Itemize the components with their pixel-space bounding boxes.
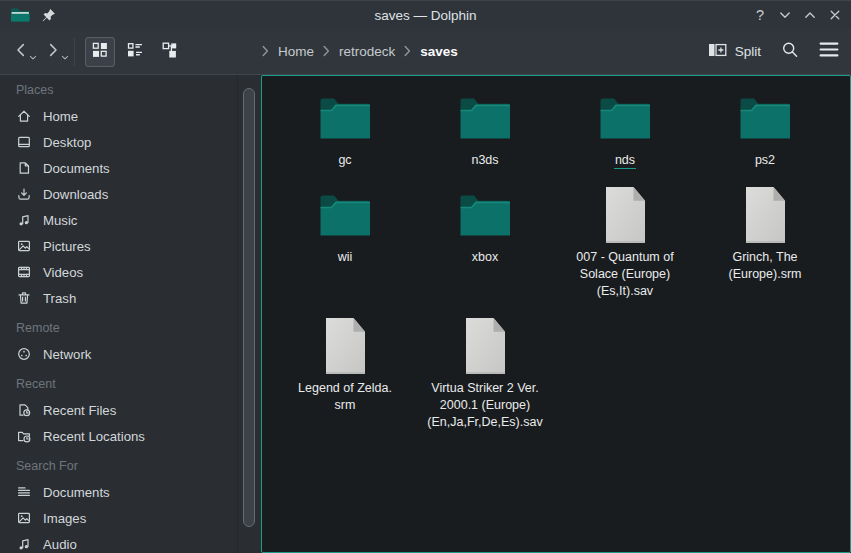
item-label: nds xyxy=(614,152,636,169)
download-icon xyxy=(16,186,32,202)
caret-down-icon xyxy=(61,49,69,64)
chevron-left-icon xyxy=(12,41,30,62)
sidebar-scrollbar[interactable] xyxy=(243,88,255,527)
file-item-007-quantum-of-solace-europe-es-it-sav[interactable]: 007 - Quantum ofSolace (Europe)(Es,It).s… xyxy=(555,185,695,300)
main-toolbar: Homeretrodecksaves Split xyxy=(0,29,851,75)
file-icon xyxy=(603,185,648,245)
window-title: saves — Dolphin xyxy=(0,8,851,23)
panel-separator xyxy=(237,75,238,553)
recent-files-icon xyxy=(16,402,32,418)
back-button[interactable] xyxy=(8,37,34,67)
folder-item-n3ds[interactable]: n3ds xyxy=(415,88,555,169)
forward-button[interactable] xyxy=(40,37,66,67)
folder-icon xyxy=(317,88,373,148)
sidebar-item-label: Trash xyxy=(43,291,76,306)
folder-item-ps2[interactable]: ps2 xyxy=(695,88,835,169)
item-label: Virtua Striker 2 Ver.2000.1 (Europe)(En,… xyxy=(427,380,542,431)
network-icon xyxy=(16,346,32,362)
view-details-icon xyxy=(125,40,145,63)
section-header-places: Places xyxy=(16,81,261,99)
sidebar-item-documents[interactable]: Documents xyxy=(0,155,261,181)
content-area: PlacesHomeDesktopDocumentsDownloadsMusic… xyxy=(0,75,851,553)
sidebar-item-label: Documents xyxy=(43,485,110,500)
folder-item-nds[interactable]: nds xyxy=(555,88,695,169)
sidebar-item-recent-locations[interactable]: Recent Locations xyxy=(0,423,261,449)
sidebar-item-pictures[interactable]: Pictures xyxy=(0,233,261,259)
minimize-button[interactable] xyxy=(777,6,793,24)
document-icon xyxy=(16,160,32,176)
sidebar-item-videos[interactable]: Videos xyxy=(0,259,261,285)
breadcrumb-item-saves[interactable]: saves xyxy=(420,44,458,59)
breadcrumb-item-home[interactable]: Home xyxy=(278,44,314,59)
recent-locations-icon xyxy=(16,428,32,444)
sidebar-item-trash[interactable]: Trash xyxy=(0,285,261,311)
details-view-button[interactable] xyxy=(120,37,150,67)
folder-item-gc[interactable]: gc xyxy=(275,88,415,169)
section-header-search-for: Search For xyxy=(16,457,261,475)
sidebar-item-downloads[interactable]: Downloads xyxy=(0,181,261,207)
breadcrumb-item-retrodeck[interactable]: retrodeck xyxy=(339,44,395,59)
sidebar-item-label: Desktop xyxy=(43,135,91,150)
file-item-virtua-striker-2-ver-2000-1-europe-en-ja[interactable]: Virtua Striker 2 Ver.2000.1 (Europe)(En,… xyxy=(415,316,555,431)
item-label: 007 - Quantum ofSolace (Europe)(Es,It).s… xyxy=(576,249,673,300)
item-label: Legend of Zelda.srm xyxy=(298,380,392,414)
sidebar-item-desktop[interactable]: Desktop xyxy=(0,129,261,155)
breadcrumb-chevron-icon xyxy=(262,45,269,57)
file-grid: gc n3ds nds ps2 wii xbox 007 - Quantum o… xyxy=(262,76,850,431)
folder-icon xyxy=(457,88,513,148)
search-button[interactable] xyxy=(780,40,800,63)
video-icon xyxy=(16,264,32,280)
window-controls: ? xyxy=(752,6,843,24)
places-panel: PlacesHomeDesktopDocumentsDownloadsMusic… xyxy=(0,75,261,553)
sidebar-item-network[interactable]: Network xyxy=(0,341,261,367)
sidebar-item-recent-files[interactable]: Recent Files xyxy=(0,397,261,423)
pin-icon[interactable] xyxy=(40,7,56,23)
folder-icon xyxy=(737,88,793,148)
help-button[interactable]: ? xyxy=(752,6,768,24)
toolbar-right: Split xyxy=(708,29,839,73)
folder-view[interactable]: gc n3ds nds ps2 wii xbox 007 - Quantum o… xyxy=(261,75,851,553)
sidebar-item-label: Audio xyxy=(43,537,77,552)
breadcrumb-chevron-icon xyxy=(323,45,330,57)
sidebar-item-label: Pictures xyxy=(43,239,91,254)
folder-item-wii[interactable]: wii xyxy=(275,185,415,300)
view-tree-icon xyxy=(160,40,180,63)
hamburger-menu-button[interactable] xyxy=(819,41,839,61)
sidebar-item-images[interactable]: Images xyxy=(0,505,261,531)
file-item-grinch-the-europe-srm[interactable]: Grinch, The(Europe).srm xyxy=(695,185,835,300)
view-icons-icon xyxy=(90,40,110,63)
sidebar-item-documents[interactable]: Documents xyxy=(0,479,261,505)
item-label: gc xyxy=(338,152,351,169)
titlebar[interactable]: saves — Dolphin ? xyxy=(0,1,851,29)
trash-icon xyxy=(16,290,32,306)
folder-icon xyxy=(457,185,513,245)
split-label: Split xyxy=(735,44,761,59)
sidebar-item-label: Music xyxy=(43,213,77,228)
sidebar-item-music[interactable]: Music xyxy=(0,207,261,233)
file-icon xyxy=(743,185,788,245)
picture-icon xyxy=(16,238,32,254)
maximize-button[interactable] xyxy=(802,6,818,24)
split-button[interactable]: Split xyxy=(708,42,761,61)
item-label: ps2 xyxy=(755,152,775,169)
dolphin-folder-icon xyxy=(10,7,30,23)
folder-icon xyxy=(317,185,373,245)
item-label: wii xyxy=(338,249,353,266)
sidebar-item-audio[interactable]: Audio xyxy=(0,531,261,553)
close-button[interactable] xyxy=(827,6,843,24)
toolbar-separator xyxy=(74,38,75,66)
split-icon xyxy=(708,42,727,61)
caret-down-icon xyxy=(29,49,37,64)
folder-item-xbox[interactable]: xbox xyxy=(415,185,555,300)
section-header-recent: Recent xyxy=(16,375,261,393)
file-item-legend-of-zelda-srm[interactable]: Legend of Zelda.srm xyxy=(275,316,415,431)
icons-view-button[interactable] xyxy=(85,37,115,67)
tree-view-button[interactable] xyxy=(155,37,185,67)
sidebar-item-label: Documents xyxy=(43,161,110,176)
history-nav xyxy=(8,37,66,67)
desktop-icon xyxy=(16,134,32,150)
sidebar-item-label: Recent Locations xyxy=(43,429,145,444)
dolphin-window: saves — Dolphin ? Homeretrodecksaves Spl… xyxy=(0,0,851,553)
breadcrumb: Homeretrodecksaves xyxy=(262,29,458,73)
sidebar-item-home[interactable]: Home xyxy=(0,103,261,129)
